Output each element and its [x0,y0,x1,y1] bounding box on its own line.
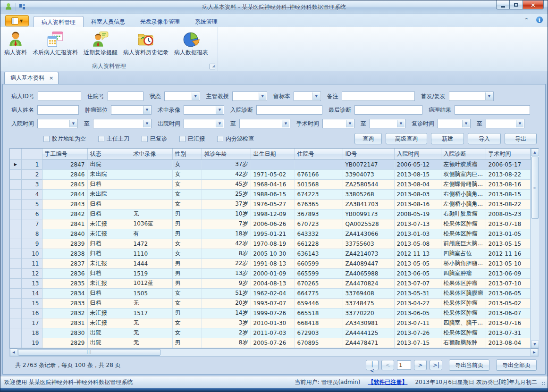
cell-visit-age[interactable]: 14岁 [202,308,251,318]
cell-status[interactable]: 归档 [87,298,131,308]
table-row[interactable]: 142834归档1505女51岁1962-02-0466477533769408… [10,288,530,298]
filter-combo-status[interactable]: ▼ [164,92,200,101]
cell-surgery-date[interactable]: 2013-05-10 [486,259,530,268]
cell-manual-no[interactable]: 2840 [42,229,87,239]
ribbon-tab-disc-management[interactable]: 光盘录像带管理 [133,16,187,27]
cell-visit-age[interactable]: 42岁 [202,239,251,249]
cell-surgery-date[interactable]: 2008-05-23 [486,209,530,219]
table-row[interactable]: 32845归档女45岁1968-04-16501568ZA25805442013… [10,179,530,189]
table-row[interactable]: 102838归档1110女8岁2005-10-30636143ZA4214073… [10,249,530,259]
cell-surgery-video[interactable]: 1012蓝 [131,278,172,288]
cell-admission-no[interactable]: 367893 [295,209,343,219]
cell-gender[interactable]: 女 [172,189,202,199]
filter-combo-tumor-site[interactable]: ▼ [111,105,152,115]
cell-admission-diagnosis[interactable]: 四脑室占位 [441,249,486,259]
cell-visit-age[interactable]: 42岁 [202,169,251,179]
ribbon-button-patient-info[interactable]: 病人资料 [1,29,30,58]
cell-birth-date[interactable]: 2011-07-03 [251,328,295,338]
cell-surgery-video[interactable]: 无 [131,298,172,308]
advanced-query-button[interactable]: 高级查询 [386,133,427,144]
cell-birth-date[interactable]: 1962-02-04 [251,288,295,298]
page-number-input[interactable] [397,360,411,370]
filter-combo-surgery-date-from[interactable]: ▼ [322,119,354,128]
cell-id-no[interactable]: ZA4089447 [343,259,394,268]
column-header-admission-date[interactable]: 入院时间 [394,149,441,159]
cell-birth-date[interactable]: 1995-01-21 [251,229,295,239]
table-row[interactable]: 42844未出院女25岁1988-06-15674223338052682013… [10,189,530,199]
table-row[interactable]: 92839归档1472女42岁1970-08-19661228337556032… [10,239,530,249]
cell-id-no[interactable]: ZA4444125 [343,328,394,338]
cell-admission-no[interactable]: 676166 [295,169,343,179]
cell-gender[interactable]: 男 [172,308,202,318]
cell-id-no[interactable]: ZA4065988 [343,268,394,278]
cell-status[interactable]: 未汇报 [87,278,131,288]
chevron-down-icon[interactable]: ▼ [516,120,523,127]
ribbon-tab-system-management[interactable]: 系统管理 [187,16,225,27]
cell-admission-no[interactable]: 501568 [295,179,343,189]
cell-surgery-video[interactable]: 1519 [131,268,172,278]
cell-id-no[interactable]: ZA4478471 [343,338,394,348]
cell-manual-no[interactable]: 2829 [42,338,87,348]
cell-admission-date[interactable]: 2013-07-11 [394,318,441,328]
cell-admission-no[interactable]: 665599 [295,268,343,278]
cell-status[interactable]: 归档 [87,209,131,219]
cell-admission-diagnosis[interactable]: 左侧蝶骨嵴脑... [441,179,486,189]
cell-status[interactable]: 未汇报 [87,229,131,239]
cell-id-no[interactable]: ZA3841703 [343,199,394,209]
cell-admission-diagnosis[interactable]: 松果体区脑膜瘤 [441,288,486,298]
cell-surgery-date[interactable]: 2006-05-17 [486,159,530,169]
column-header-birth-date[interactable]: 出生日期 [251,149,295,159]
cell-manual-no[interactable]: 2844 [42,189,87,199]
collapse-ribbon-icon[interactable]: ^ [524,17,529,23]
cell-gender[interactable]: 女 [172,328,202,338]
cell-status[interactable]: 归档 [87,249,131,259]
table-row[interactable]: 22846未出院女42岁1971-05-02676166339040732013… [10,169,530,179]
cell-status[interactable]: 未汇报 [87,308,131,318]
registered-link[interactable]: 【软件已注册】 [368,378,407,386]
cell-admission-date[interactable]: 2013-08-16 [394,199,441,209]
filter-combo-admission-date-to[interactable]: ▼ [93,119,152,128]
table-row[interactable]: ▶12847出院女37岁YB00721472006-05-12左额叶胶质瘤200… [10,159,530,169]
cell-birth-date[interactable]: 1971-05-02 [251,169,295,179]
chevron-down-icon[interactable]: ▼ [259,92,266,100]
table-row[interactable]: 112837未汇报1444男22岁1991-08-13660599ZA40894… [10,259,530,268]
cell-admission-no[interactable]: 636143 [295,249,343,259]
cell-birth-date[interactable]: 2006-06-26 [251,219,295,229]
cell-manual-no[interactable]: 2834 [42,288,87,298]
cell-gender[interactable]: 男 [172,268,202,278]
cell-surgery-video[interactable] [131,199,172,209]
cell-id-no[interactable]: 33904073 [343,169,394,179]
cell-admission-diagnosis[interactable]: 前颅底巨大脑... [441,239,486,249]
cell-gender[interactable]: 男 [172,219,202,229]
export-current-page-button[interactable]: 导出当前页 [449,359,489,371]
cell-admission-date[interactable]: 2013-05-31 [394,288,441,298]
column-header-gender[interactable]: 性别 [172,149,202,159]
cell-surgery-video[interactable] [131,179,172,189]
filter-combo-admission-date-from[interactable]: ▼ [37,119,78,128]
cell-surgery-date[interactable]: 2013-06-09 [486,268,530,278]
cell-admission-date[interactable]: 2013-08-03 [394,189,441,199]
cell-surgery-date[interactable]: 2013-08-16 [486,179,530,189]
column-header-admission-no[interactable]: 住院号 [295,149,343,159]
cell-admission-date[interactable]: 2013-05-08 [394,239,441,249]
cell-admission-no[interactable]: 672903 [295,328,343,338]
cell-manual-no[interactable]: 2843 [42,199,87,209]
cell-gender[interactable]: 女 [172,298,202,308]
filter-combo-followup-date-to[interactable]: ▼ [486,119,524,128]
chevron-down-icon[interactable]: ▼ [346,120,354,127]
import-button[interactable]: 导入 [468,133,501,144]
cell-birth-date[interactable]: 1968-04-16 [251,179,295,189]
cell-status[interactable]: 未汇报 [87,318,131,328]
chevron-down-icon[interactable]: ▼ [282,120,289,127]
cell-visit-age[interactable]: 10岁 [202,209,251,219]
cell-surgery-date[interactable]: 2013-07-31 [486,328,530,338]
column-header-status[interactable]: 状态 [87,149,131,159]
cell-surgery-video[interactable] [131,189,172,199]
cell-manual-no[interactable]: 2835 [42,278,87,288]
ribbon-button-followup-reminder[interactable]: 近期复诊提醒 [81,29,120,58]
cell-admission-no[interactable]: 670723 [295,219,343,229]
cell-surgery-video[interactable]: 1517 [131,308,172,318]
chevron-down-icon[interactable]: ▼ [143,106,151,114]
cell-status[interactable]: 出院 [87,159,131,169]
cell-id-no[interactable]: 33748475 [343,298,394,308]
